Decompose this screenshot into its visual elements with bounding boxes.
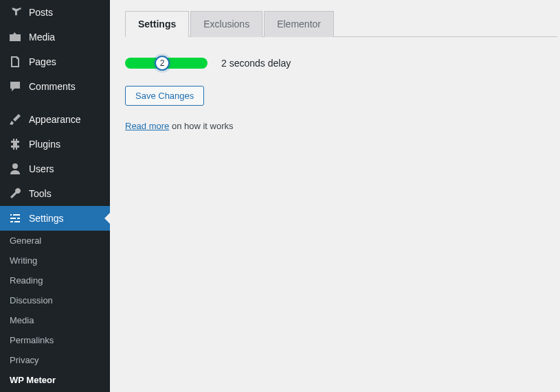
sidebar-item-label: Tools (29, 188, 52, 199)
submenu-item-writing[interactable]: Writing (0, 251, 110, 270)
tab-settings[interactable]: Settings (125, 11, 189, 37)
sidebar-item-label: Plugins (29, 139, 60, 150)
tabs-nav: Settings Exclusions Elementor (125, 10, 557, 37)
delay-slider-row: 2 2 seconds delay (125, 58, 545, 69)
read-more-link[interactable]: Read more (125, 121, 169, 131)
sidebar-item-label: Media (29, 32, 55, 43)
pin-icon (8, 5, 22, 19)
submenu-item-media[interactable]: Media (0, 310, 110, 330)
admin-sidebar: Posts Media Pages Comments Appearance Pl… (0, 0, 110, 392)
sliders-icon (8, 211, 22, 225)
submenu-item-general[interactable]: General (0, 231, 110, 251)
media-icon (8, 30, 22, 44)
sidebar-item-tools[interactable]: Tools (0, 181, 110, 206)
submenu-item-discussion[interactable]: Discussion (0, 290, 110, 310)
brush-icon (8, 113, 22, 126)
sidebar-item-label: Posts (29, 7, 53, 18)
sidebar-item-users[interactable]: Users (0, 157, 110, 181)
sidebar-item-pages[interactable]: Pages (0, 49, 110, 74)
user-icon (8, 162, 22, 176)
sidebar-item-comments[interactable]: Comments (0, 74, 110, 99)
main-content: Settings Exclusions Elementor 2 2 second… (110, 0, 560, 392)
submenu-item-permalinks[interactable]: Permalinks (0, 330, 110, 350)
svg-point-0 (12, 163, 18, 169)
sidebar-item-label: Pages (29, 56, 56, 67)
info-text: Read more on how it works (125, 121, 545, 131)
sidebar-item-label: Comments (29, 81, 76, 92)
settings-submenu: General Writing Reading Discussion Media… (0, 231, 110, 390)
wrench-icon (8, 187, 22, 200)
comment-icon (8, 80, 22, 93)
delay-slider[interactable]: 2 (125, 58, 208, 69)
sidebar-item-appearance[interactable]: Appearance (0, 107, 110, 132)
plugin-icon (8, 137, 22, 151)
tab-content: 2 2 seconds delay Save Changes Read more… (110, 37, 560, 152)
sidebar-item-plugins[interactable]: Plugins (0, 132, 110, 157)
pages-icon (8, 55, 22, 69)
delay-label: 2 seconds delay (221, 58, 291, 69)
info-rest: on how it works (169, 121, 233, 131)
submenu-item-wp-meteor[interactable]: WP Meteor (0, 370, 110, 390)
submenu-item-reading[interactable]: Reading (0, 270, 110, 290)
submenu-item-privacy[interactable]: Privacy (0, 350, 110, 370)
sidebar-item-label: Appearance (29, 114, 81, 125)
sidebar-item-label: Settings (29, 213, 64, 224)
sidebar-item-settings[interactable]: Settings (0, 206, 110, 231)
sidebar-item-label: Users (29, 163, 54, 174)
sidebar-item-posts[interactable]: Posts (0, 0, 110, 25)
save-button[interactable]: Save Changes (125, 86, 204, 106)
slider-handle[interactable]: 2 (155, 56, 170, 71)
tab-exclusions[interactable]: Exclusions (190, 11, 262, 37)
sidebar-item-media[interactable]: Media (0, 25, 110, 49)
tab-elementor[interactable]: Elementor (264, 11, 334, 37)
